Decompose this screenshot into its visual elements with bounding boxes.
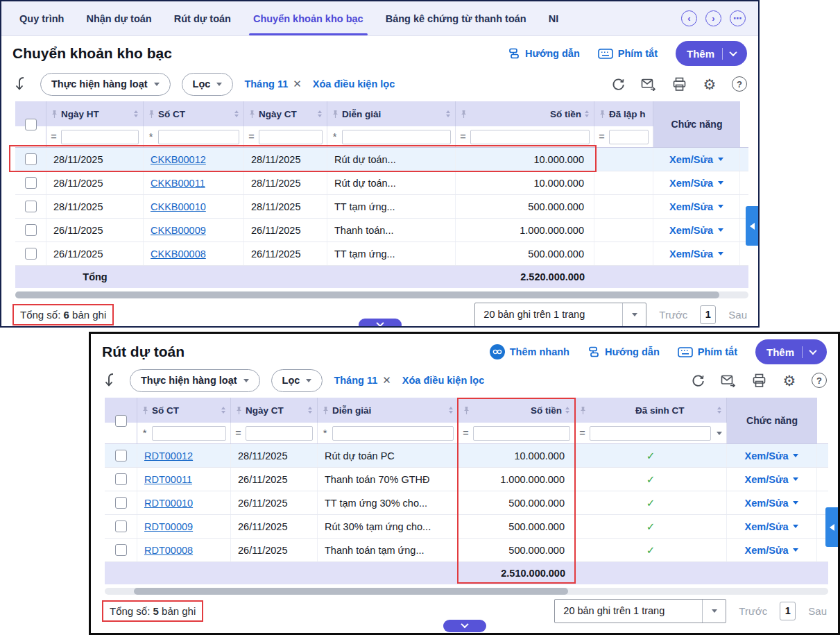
email-icon[interactable] <box>640 76 657 92</box>
document-link[interactable]: RDT00009 <box>144 521 193 532</box>
current-page[interactable]: 1 <box>700 305 716 324</box>
row-checkbox[interactable] <box>25 153 37 165</box>
row-checkbox[interactable] <box>25 177 37 189</box>
scrollbar-thumb[interactable] <box>15 291 719 298</box>
filter-operator[interactable]: * <box>332 131 338 142</box>
filter-operator[interactable]: = <box>463 427 469 439</box>
pin-icon[interactable] <box>148 110 155 119</box>
filter-operator[interactable]: = <box>235 427 241 439</box>
select-all-checkbox[interactable] <box>115 415 127 427</box>
document-link[interactable]: RDT00010 <box>144 498 193 509</box>
filter-dropdown[interactable]: Lọc <box>271 369 323 392</box>
table-row[interactable]: RDT00011 26/11/2025 Thanh toán 70% GTHĐ … <box>105 468 828 491</box>
view-edit-button[interactable]: Xem/Sửa <box>669 248 723 260</box>
sort-icon[interactable] <box>234 110 239 117</box>
tab-bang-ke-chung-tu[interactable]: Bảng kê chứng từ thanh toán <box>386 1 526 35</box>
filter-dropdown[interactable]: Lọc <box>182 73 234 96</box>
add-button[interactable]: Thêm <box>755 339 827 364</box>
pin-icon[interactable] <box>580 406 586 415</box>
sort-icon[interactable] <box>308 407 312 414</box>
view-edit-button[interactable]: Xem/Sửa <box>745 498 799 509</box>
filter-input-so-ct[interactable] <box>158 130 239 144</box>
batch-actions-dropdown[interactable]: Thực hiện hàng loạt <box>40 73 171 96</box>
document-link[interactable]: RDT00008 <box>144 545 193 556</box>
table-row[interactable]: 28/11/2025 CKKB00010 28/11/2025 TT tạm ứ… <box>15 195 748 219</box>
view-edit-button[interactable]: Xem/Sửa <box>669 201 723 212</box>
refresh-icon[interactable] <box>610 76 626 92</box>
column-header-ngay-ht[interactable]: Ngày HT <box>46 101 144 126</box>
quick-add-link[interactable]: Thêm nhanh <box>490 344 569 359</box>
row-checkbox[interactable] <box>25 201 37 212</box>
expand-bottom-panel-button[interactable] <box>443 620 486 632</box>
sort-descending-icon[interactable] <box>102 372 119 389</box>
help-icon[interactable]: ? <box>812 373 827 388</box>
tab-scroll-right-icon[interactable]: › <box>705 10 721 26</box>
filter-operator[interactable]: * <box>148 131 154 142</box>
help-icon[interactable]: ? <box>732 76 747 92</box>
row-checkbox[interactable] <box>115 473 127 485</box>
shortcut-link[interactable]: Phím tắt <box>598 48 658 59</box>
table-row[interactable]: 28/11/2025 CKKB00012 28/11/2025 Rút dự t… <box>15 148 748 171</box>
tab-ni[interactable]: NI <box>549 1 559 35</box>
page-size-select[interactable]: 20 bản ghi trên 1 trang <box>554 599 726 623</box>
table-row[interactable]: 28/11/2025 CKKB00011 28/11/2025 Rút dự t… <box>15 171 748 195</box>
filter-input-da-lap[interactable] <box>609 130 649 144</box>
refresh-icon[interactable] <box>689 372 706 389</box>
document-link[interactable]: CKKB00009 <box>151 225 206 236</box>
filter-operator[interactable]: * <box>142 427 148 439</box>
row-checkbox[interactable] <box>25 224 37 236</box>
sort-icon[interactable] <box>318 110 322 117</box>
sort-icon[interactable] <box>134 110 138 117</box>
prev-page-button[interactable]: Trước <box>659 309 687 321</box>
sort-descending-icon[interactable] <box>12 76 29 92</box>
current-page[interactable]: 1 <box>780 602 796 620</box>
column-header-ngay-ct[interactable]: Ngày CT <box>244 101 327 126</box>
filter-operator[interactable]: = <box>460 131 466 142</box>
filter-input-so-tien[interactable] <box>473 426 570 441</box>
view-edit-button[interactable]: Xem/Sửa <box>669 154 723 165</box>
view-edit-button[interactable]: Xem/Sửa <box>669 225 723 236</box>
sort-icon[interactable] <box>446 110 450 117</box>
chevron-down-icon[interactable] <box>729 49 737 56</box>
view-edit-button[interactable]: Xem/Sửa <box>745 545 799 556</box>
column-header-so-ct[interactable]: Số CT <box>137 398 231 423</box>
next-page-button[interactable]: Sau <box>808 605 827 617</box>
email-icon[interactable] <box>720 372 737 389</box>
filter-input-dien-giai[interactable] <box>332 426 454 441</box>
pin-icon[interactable] <box>323 406 329 415</box>
filter-input-dien-giai[interactable] <box>342 130 451 144</box>
column-header-dien-giai[interactable]: Diễn giải <box>327 101 456 126</box>
settings-icon[interactable]: ⚙ <box>701 76 718 92</box>
pin-icon[interactable] <box>51 110 58 119</box>
filter-input-ngay-ct[interactable] <box>246 426 313 441</box>
row-checkbox[interactable] <box>115 450 127 462</box>
column-header-so-tien[interactable]: Số tiền <box>458 398 575 423</box>
table-row[interactable]: RDT00008 26/11/2025 Thanh toán tạm ứng..… <box>105 539 828 562</box>
scrollbar-thumb[interactable] <box>134 588 568 595</box>
column-header-so-ct[interactable]: Số CT <box>144 101 244 126</box>
filter-operator[interactable]: = <box>599 131 605 142</box>
collapse-panel-handle[interactable] <box>825 507 838 547</box>
tab-chuyen-khoan-kho-bac[interactable]: Chuyển khoản kho bạc <box>253 1 363 35</box>
sort-icon[interactable] <box>221 407 225 414</box>
pin-icon[interactable] <box>463 406 470 415</box>
pin-icon[interactable] <box>236 406 242 415</box>
view-edit-button[interactable]: Xem/Sửa <box>745 521 799 532</box>
close-icon[interactable]: ✕ <box>293 78 302 90</box>
tab-scroll-left-icon[interactable]: ‹ <box>681 10 697 26</box>
sort-icon[interactable] <box>717 407 721 414</box>
filter-input-ngay-ct[interactable] <box>259 130 323 144</box>
close-icon[interactable]: ✕ <box>382 374 391 387</box>
pin-icon[interactable] <box>249 110 255 119</box>
pin-icon[interactable] <box>332 110 338 119</box>
pin-icon[interactable] <box>142 406 148 415</box>
page-size-select[interactable]: 20 bản ghi trên 1 trang <box>474 303 646 327</box>
settings-icon[interactable]: ⚙ <box>781 372 798 389</box>
document-link[interactable]: RDT00011 <box>144 474 192 485</box>
view-edit-button[interactable]: Xem/Sửa <box>669 178 723 189</box>
row-checkbox[interactable] <box>115 497 127 509</box>
column-header-da-sinh-ct[interactable]: Đã sinh CT <box>575 398 727 423</box>
row-checkbox[interactable] <box>25 248 37 260</box>
next-page-button[interactable]: Sau <box>728 309 747 321</box>
view-edit-button[interactable]: Xem/Sửa <box>745 474 799 485</box>
